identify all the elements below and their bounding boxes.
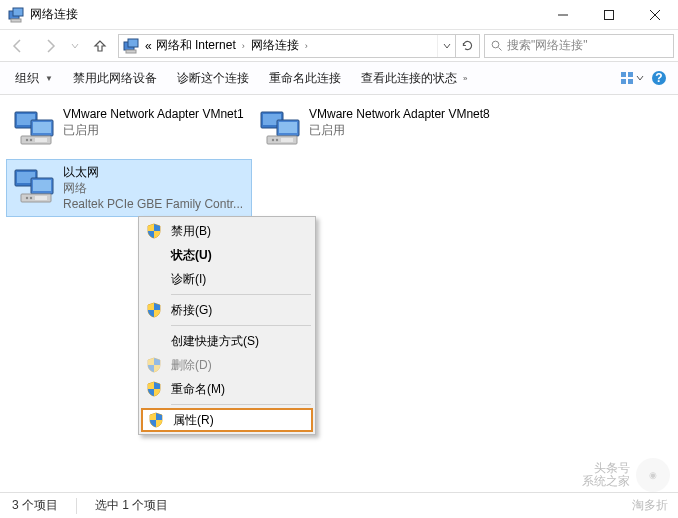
view-status-button[interactable]: 查看此连接的状态» <box>352 66 476 91</box>
shield-icon <box>146 302 162 318</box>
ctx-rename[interactable]: 重命名(M) <box>141 377 313 401</box>
svg-text:?: ? <box>655 71 662 85</box>
ctx-properties[interactable]: 属性(R) <box>141 408 313 432</box>
location-icon <box>123 38 139 54</box>
separator <box>171 404 311 405</box>
organize-button[interactable]: 组织▼ <box>6 66 62 91</box>
divider <box>76 498 77 514</box>
shield-icon <box>146 357 162 373</box>
adapter-device: Realtek PCIe GBE Family Contr... <box>63 196 243 212</box>
breadcrumb-root[interactable]: « <box>143 35 154 57</box>
ctx-disable[interactable]: 禁用(B) <box>141 219 313 243</box>
search-placeholder: 搜索"网络连接" <box>507 37 588 54</box>
item-count: 3 个项目 <box>12 497 58 514</box>
title-bar: 网络连接 <box>0 0 678 30</box>
svg-rect-18 <box>628 72 633 77</box>
address-row: « 网络和 Internet › 网络连接 › 搜索"网络连接" <box>0 30 678 62</box>
address-dropdown[interactable] <box>437 35 455 57</box>
toolbar: 组织▼ 禁用此网络设备 诊断这个连接 重命名此连接 查看此连接的状态» ? <box>0 62 678 95</box>
ctx-diagnose[interactable]: 诊断(I) <box>141 267 313 291</box>
history-dropdown[interactable] <box>68 33 82 59</box>
status-bar: 3 个项目 选中 1 个项目 <box>0 492 678 518</box>
selection-count: 选中 1 个项目 <box>95 497 168 514</box>
network-adapter-icon <box>13 106 57 150</box>
refresh-button[interactable] <box>455 35 479 57</box>
adapter-name: VMware Network Adapter VMnet8 <box>309 106 490 122</box>
window-title: 网络连接 <box>30 6 540 23</box>
adapter-name: 以太网 <box>63 164 243 180</box>
shield-icon <box>148 412 164 428</box>
svg-rect-20 <box>628 79 633 84</box>
adapter-network: 网络 <box>63 180 243 196</box>
search-icon <box>491 40 503 52</box>
chevron-right-icon[interactable]: › <box>238 41 249 51</box>
shield-icon <box>146 223 162 239</box>
rename-button[interactable]: 重命名此连接 <box>260 66 350 91</box>
chevron-right-icon: » <box>463 74 467 83</box>
diagnose-button[interactable]: 诊断这个连接 <box>168 66 258 91</box>
network-adapter-icon <box>13 164 57 208</box>
adapter-status: 已启用 <box>63 122 244 138</box>
breadcrumb-network-internet[interactable]: 网络和 Internet <box>154 35 238 57</box>
search-input[interactable]: 搜索"网络连接" <box>484 34 674 58</box>
adapter-item[interactable]: VMware Network Adapter VMnet8 已启用 <box>252 101 498 159</box>
separator <box>171 294 311 295</box>
minimize-button[interactable] <box>540 0 586 30</box>
close-button[interactable] <box>632 0 678 30</box>
svg-rect-12 <box>605 10 614 19</box>
ctx-delete[interactable]: 删除(D) <box>141 353 313 377</box>
forward-button[interactable] <box>36 33 64 59</box>
shield-icon <box>146 381 162 397</box>
breadcrumb-network-connections[interactable]: 网络连接 <box>249 35 301 57</box>
svg-point-15 <box>492 41 499 48</box>
svg-line-16 <box>499 47 502 50</box>
adapter-item-selected[interactable]: 以太网 网络 Realtek PCIe GBE Family Contr... <box>6 159 252 217</box>
adapter-name: VMware Network Adapter VMnet1 <box>63 106 244 122</box>
network-adapter-icon <box>259 106 303 150</box>
maximize-button[interactable] <box>586 0 632 30</box>
ctx-bridge[interactable]: 桥接(G) <box>141 298 313 322</box>
adapter-item[interactable]: VMware Network Adapter VMnet1 已启用 <box>6 101 252 159</box>
svg-rect-17 <box>621 72 626 77</box>
chevron-down-icon: ▼ <box>45 74 53 83</box>
content-area: VMware Network Adapter VMnet1 已启用 VMware… <box>0 95 678 485</box>
svg-rect-19 <box>621 79 626 84</box>
view-options-button[interactable] <box>618 65 644 91</box>
disable-device-button[interactable]: 禁用此网络设备 <box>64 66 166 91</box>
help-button[interactable]: ? <box>646 65 672 91</box>
back-button[interactable] <box>4 33 32 59</box>
up-button[interactable] <box>86 33 114 59</box>
ctx-status[interactable]: 状态(U) <box>141 243 313 267</box>
app-icon <box>8 7 24 23</box>
chevron-right-icon[interactable]: › <box>301 41 312 51</box>
address-bar[interactable]: « 网络和 Internet › 网络连接 › <box>118 34 480 58</box>
separator <box>171 325 311 326</box>
adapter-status: 已启用 <box>309 122 490 138</box>
context-menu: 禁用(B) 状态(U) 诊断(I) 桥接(G) 创建快捷方式(S) 删除(D) … <box>138 216 316 435</box>
ctx-shortcut[interactable]: 创建快捷方式(S) <box>141 329 313 353</box>
